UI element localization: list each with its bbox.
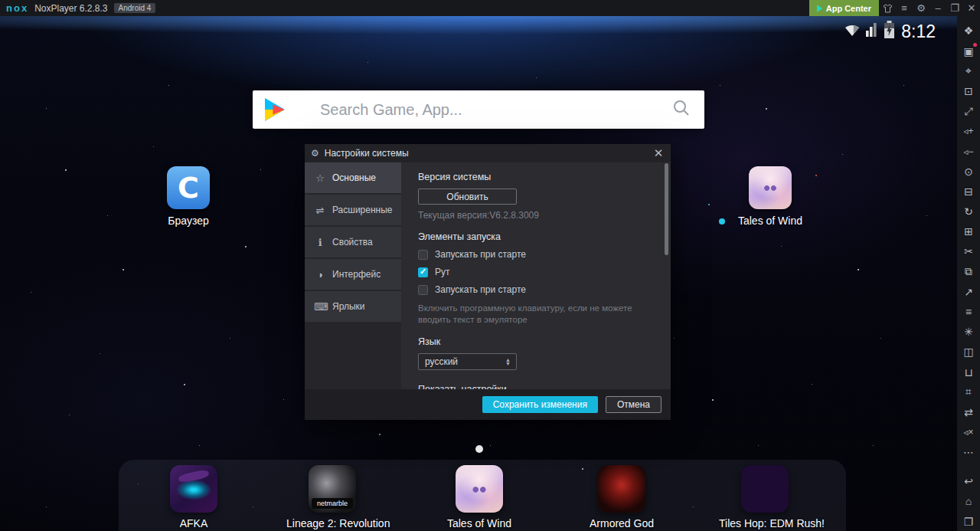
checkbox-row-autostart-1: Запускать при старте (418, 249, 671, 260)
location-icon[interactable]: ⌖ (957, 61, 980, 80)
tab-shortcuts[interactable]: ⌨ Ярлыки (305, 291, 401, 322)
checkbox[interactable] (418, 285, 428, 295)
search-bar[interactable]: Search Game, App... (253, 90, 704, 129)
resize-icon[interactable]: ↗ (957, 282, 980, 301)
starfield-bright (0, 16, 2, 18)
swap-icon[interactable]: ⇄ (957, 402, 980, 421)
running-indicator-dot (719, 218, 725, 225)
notification-dot (973, 43, 977, 47)
close-button[interactable]: ✕ (963, 0, 980, 16)
nox-logo: nox (6, 2, 28, 14)
minimize-button[interactable]: – (929, 0, 946, 16)
checkbox[interactable] (418, 250, 428, 260)
current-version-text: Текущая версия:V6.2.8.3009 (418, 210, 671, 221)
keyboard-hint-text: Включить программную клавиатуру, если не… (418, 303, 654, 326)
tab-label: Свойства (332, 237, 373, 247)
desktop-icon-label: Браузер (154, 215, 223, 227)
monitor-icon[interactable]: ⊡ (957, 81, 980, 100)
sliders-icon: ⇌ (314, 205, 326, 216)
dock-app-tiles-hop[interactable]: Tiles Hop: EDM Rush! (719, 465, 811, 529)
volume-up-icon[interactable]: ◃+ (957, 122, 980, 141)
noxplayer-window: nox NoxPlayer 6.2.8.3 Android 4 App Cent… (0, 0, 980, 531)
settings-gear-icon[interactable]: ⚙ (913, 0, 929, 16)
armored-god-app-icon (598, 465, 645, 513)
video-camera-icon[interactable]: ◫ (957, 343, 980, 362)
tab-properties[interactable]: ℹ Свойства (305, 227, 401, 257)
tales-of-wind-app-icon (749, 166, 792, 209)
checkbox-label: Запускать при старте (435, 284, 526, 295)
tab-interface[interactable]: ◑ Интерфейс (305, 259, 401, 290)
screen-record-icon[interactable]: ▣ (957, 41, 980, 61)
clock: 8:12 (901, 21, 936, 42)
tab-label: Основные (332, 172, 376, 183)
language-select[interactable]: русский ▲▼ (418, 353, 517, 370)
checkbox-row-autostart-2: Запускать при старте (418, 284, 671, 295)
dialog-sidebar: ☆ Основные ⇌ Расширенные ℹ Свойства ◑ Ин… (305, 162, 401, 389)
desktop-icon-browser[interactable]: C Браузер (154, 166, 223, 227)
section-title-show-settings: Показать настройки (418, 384, 671, 389)
search-icon[interactable] (672, 99, 691, 120)
dock-app-lineage2[interactable]: netmarble Lineage 2: Revolution (286, 465, 378, 529)
language-value: русский (425, 356, 505, 367)
tab-basic[interactable]: ☆ Основные (305, 162, 401, 193)
tab-label: Расширенные (332, 205, 393, 215)
google-play-icon (265, 98, 286, 121)
checkbox[interactable] (418, 267, 428, 277)
dock-app-label: Tales of Wind (433, 517, 525, 529)
sync-icon[interactable]: ↻ (957, 202, 980, 221)
menu-icon[interactable]: ≡ (896, 0, 913, 16)
recents-icon[interactable]: ❐ (957, 512, 980, 531)
dialog-footer: Сохранить изменения Отмена (305, 389, 671, 420)
multi-instance-icon[interactable]: ❖ (957, 21, 980, 41)
shake-icon[interactable]: ✳ (957, 323, 980, 342)
afka-app-icon (170, 465, 217, 513)
screenshot-icon[interactable]: ⊙ (957, 162, 980, 181)
battery-icon (884, 21, 895, 42)
dialog-scrollbar[interactable] (665, 163, 668, 255)
android-statusbar: 8:12 (842, 21, 936, 42)
fullscreen-icon[interactable]: ⤢ (957, 102, 980, 121)
more-icon[interactable]: ⋯ (957, 443, 980, 462)
dock-app-label: Tiles Hop: EDM Rush! (719, 517, 811, 529)
volume-down-icon[interactable]: ◃− (957, 142, 980, 161)
update-button[interactable]: Обновить (418, 188, 517, 205)
dock-app-afka[interactable]: AFKA (148, 465, 240, 529)
dialog-close-icon[interactable]: ✕ (651, 146, 666, 161)
netmarble-badge: netmarble (312, 498, 354, 509)
system-settings-dialog: ⚙ Настройки системы ✕ ☆ Основные ⇌ Расши… (305, 144, 671, 420)
tab-label: Ярлыки (332, 301, 365, 312)
signal-icon (866, 21, 880, 41)
dock-app-armored-god[interactable]: Armored God (576, 465, 668, 529)
file-transfer-icon[interactable]: ⊞ (957, 222, 980, 241)
home-icon[interactable]: ⌂ (957, 492, 980, 511)
cancel-button[interactable]: Отмена (606, 396, 662, 413)
dock-app-tales-of-wind[interactable]: Tales of Wind (433, 465, 525, 529)
checkbox-row-root: Рут (418, 267, 671, 277)
trash-icon[interactable]: ⊔ (957, 362, 980, 382)
dialog-titlebar[interactable]: ⚙ Настройки системы ✕ (305, 144, 671, 162)
page-indicator-dot[interactable] (475, 445, 483, 453)
tiles-hop-app-icon (741, 465, 789, 513)
macro-recorder-icon[interactable]: ⌗ (957, 382, 980, 402)
desktop-icon-tales-of-wind[interactable]: Tales of Wind (736, 166, 805, 227)
emulator-toolbar: ❖ ▣ ⌖ ⊡ ⤢ ◃+ ◃− ⊙ ⊟ ↻ ⊞ ✂ ⧉ ↗ ≡ ✳ ◫ ⊔ ⌗ … (957, 16, 980, 531)
save-changes-button[interactable]: Сохранить изменения (482, 396, 598, 413)
tab-advanced[interactable]: ⇌ Расширенные (305, 195, 401, 225)
copy-window-icon[interactable]: ⧉ (957, 262, 980, 281)
section-title-language: Язык (418, 336, 671, 347)
dock-app-label: AFKA (148, 517, 240, 529)
back-icon[interactable]: ↩ (957, 472, 980, 491)
menu-lines-icon[interactable]: ≡ (957, 302, 980, 321)
apk-install-icon[interactable]: ⊟ (957, 182, 980, 201)
scissors-icon[interactable]: ✂ (957, 242, 980, 261)
android-version-badge: Android 4 (114, 3, 156, 13)
dialog-title: Настройки системы (325, 148, 409, 159)
mute-icon[interactable]: ◃× (957, 423, 980, 442)
window-titlebar[interactable]: nox NoxPlayer 6.2.8.3 Android 4 App Cent… (0, 0, 980, 16)
info-icon: ℹ (314, 237, 326, 248)
app-center-button[interactable]: App Center (809, 0, 879, 16)
lineage2-app-icon: netmarble (309, 465, 356, 513)
theme-shirt-icon[interactable] (879, 0, 896, 16)
desktop-icon-label: Tales of Wind (736, 215, 805, 227)
maximize-button[interactable]: ❐ (946, 0, 963, 16)
